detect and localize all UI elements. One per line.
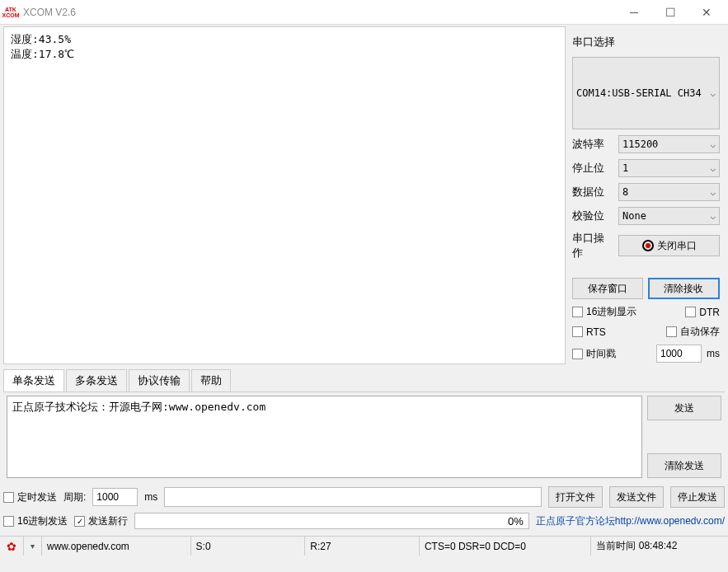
toggle-port-button[interactable]: 关闭串口 <box>618 235 720 256</box>
tab-help[interactable]: 帮助 <box>191 369 231 391</box>
baud-label: 波特率 <box>572 137 613 152</box>
data-label: 数据位 <box>572 185 613 199</box>
parity-select[interactable]: None <box>618 207 720 225</box>
status-time: 当前时间 08:48:42 <box>591 537 728 556</box>
op-label: 串口操作 <box>572 231 613 260</box>
tab-single-send[interactable]: 单条发送 <box>3 369 64 391</box>
status-lines: CTS=0 DSR=0 DCD=0 <box>420 537 591 556</box>
close-button[interactable]: ✕ <box>688 0 725 25</box>
dtr-checkbox[interactable]: DTR <box>685 307 720 318</box>
status-url[interactable]: www.openedv.com <box>42 537 191 556</box>
record-icon <box>642 240 654 251</box>
file-path-input[interactable] <box>164 487 542 507</box>
minimize-button[interactable]: ─ <box>616 0 652 25</box>
dropdown-icon[interactable]: ▾ <box>24 537 42 556</box>
hex-send-checkbox[interactable]: 16进制发送 <box>3 514 68 528</box>
stop-send-button[interactable]: 停止发送 <box>670 486 725 508</box>
clear-receive-button[interactable]: 清除接收 <box>648 278 721 299</box>
tab-multi-send[interactable]: 多条发送 <box>66 369 127 391</box>
stop-select[interactable]: 1 <box>618 159 720 177</box>
save-window-button[interactable]: 保存窗口 <box>572 278 643 299</box>
window-title: XCOM V2.6 <box>23 7 616 18</box>
newline-checkbox[interactable]: 发送新行 <box>74 514 128 528</box>
period-input[interactable]: 1000 <box>92 488 138 506</box>
stop-label: 停止位 <box>572 161 613 176</box>
app-logo: ATKXCOM <box>3 6 18 19</box>
forum-link[interactable]: 正点原子官方论坛http://www.openedv.com/ <box>536 514 725 528</box>
status-sent: S:0 <box>191 537 306 556</box>
open-file-button[interactable]: 打开文件 <box>548 486 603 508</box>
rts-checkbox[interactable]: RTS <box>572 326 606 338</box>
send-progress: 0% <box>134 513 528 529</box>
send-file-button[interactable]: 发送文件 <box>609 486 664 508</box>
receive-output[interactable]: 湿度:43.5% 温度:17.8℃ <box>3 26 566 364</box>
timestamp-checkbox[interactable]: 时间戳 <box>572 347 616 361</box>
status-received: R:27 <box>305 537 420 556</box>
parity-label: 校验位 <box>572 209 613 223</box>
serial-section-title: 串口选择 <box>572 35 720 49</box>
maximize-button[interactable]: ☐ <box>652 0 688 25</box>
autosave-checkbox[interactable]: 自动保存 <box>666 325 720 339</box>
clear-send-button[interactable]: 清除发送 <box>647 453 721 478</box>
timestamp-interval-input[interactable]: 1000 <box>656 345 702 363</box>
period-label: 周期: <box>63 490 86 504</box>
send-textarea[interactable] <box>7 396 642 478</box>
settings-gear-icon[interactable]: ✿ <box>0 537 24 556</box>
port-select[interactable]: COM14:USB-SERIAL CH34 <box>572 57 720 129</box>
data-select[interactable]: 8 <box>618 183 720 201</box>
send-button[interactable]: 发送 <box>647 396 721 420</box>
baud-select[interactable]: 115200 <box>618 135 720 153</box>
timed-send-checkbox[interactable]: 定时发送 <box>3 490 57 504</box>
hex-display-checkbox[interactable]: 16进制显示 <box>572 305 636 319</box>
tab-protocol[interactable]: 协议传输 <box>129 369 190 391</box>
